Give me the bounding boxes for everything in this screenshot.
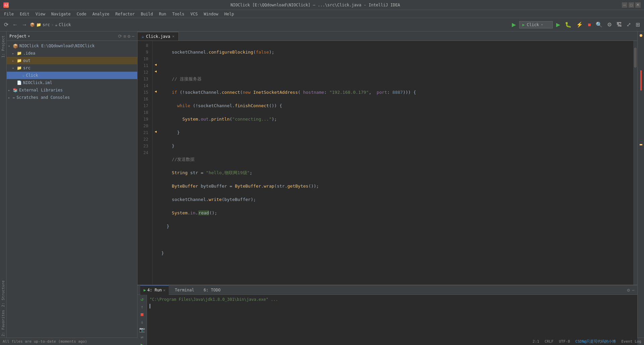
menu-window[interactable]: Window — [201, 11, 221, 17]
code-line-10: // 连接服务器 — [161, 76, 631, 82]
run-config-dropdown[interactable]: ▶ Click ▾ — [519, 21, 553, 28]
bottom-panel: ▶ 4: Run ✕ Terminal 6: TODO ⚙ − ↺ — [138, 285, 637, 345]
right-warning-marker — [640, 144, 642, 145]
status-message: All files are up-to-date (moments ago) — [3, 339, 87, 344]
layout-button[interactable]: ⊞ — [634, 21, 641, 28]
project-minimize-icon[interactable]: − — [132, 33, 135, 39]
close-button[interactable]: ✕ — [635, 2, 641, 8]
screenshot-button[interactable]: 📷 — [139, 326, 146, 333]
tab-todo[interactable]: 6: TODO — [200, 285, 224, 295]
scrollbar-thumb[interactable] — [634, 48, 637, 68]
menu-view[interactable]: View — [33, 11, 48, 17]
breadcrumb-project[interactable]: 📦 — [30, 22, 35, 27]
stop-run-button[interactable]: ■ — [139, 311, 146, 318]
run-tab-close[interactable]: ✕ — [163, 288, 166, 292]
project-sync-icon[interactable]: ⟳ — [118, 33, 122, 39]
bottom-minimize-icon[interactable]: − — [632, 287, 635, 293]
run-config-name: Click — [527, 22, 539, 27]
tree-item-click[interactable]: ☕ Click — [7, 72, 137, 79]
tree-item-out[interactable]: ▸ 📁 out — [7, 57, 137, 64]
stop-button[interactable]: ■ — [586, 21, 592, 28]
menu-analyze[interactable]: Analyze — [90, 11, 112, 17]
run-button[interactable]: ▶ — [555, 21, 561, 28]
run-output-path: "C:\Program Files\Java\jdk1.8.0_301\bin\… — [150, 296, 635, 303]
breadcrumb-src[interactable]: src — [43, 22, 50, 27]
back-button[interactable]: ← — [11, 21, 19, 28]
run-with-coverage-button[interactable]: ⚡ — [575, 21, 584, 28]
tree-arrow-scratches: ▸ — [8, 96, 11, 99]
menu-code[interactable]: Code — [74, 11, 89, 17]
menu-run[interactable]: Run — [156, 11, 169, 17]
breadcrumb: 📦 📁 src › ☕ Click — [30, 22, 71, 27]
menu-vcs[interactable]: VCS — [188, 11, 201, 17]
build-button[interactable]: ▶ — [511, 21, 517, 28]
code-line-8: socketChannel.configureBlocking(false); — [161, 49, 631, 56]
maximize-button[interactable]: □ — [629, 2, 634, 8]
sync-button[interactable]: ⟳ — [3, 21, 10, 28]
favorites-tool-label[interactable]: 2: Favorites — [0, 308, 6, 338]
run-output[interactable]: "C:\Program Files\Java\jdk1.8.0_301\bin\… — [147, 295, 637, 345]
editor-area: ☕ Click.java ✕ 8 9 10 11 12 13 14 15 16 — [138, 31, 637, 285]
project-collapse-icon[interactable]: ≡ — [123, 33, 126, 39]
code-line-16: //发送数据 — [161, 156, 631, 163]
run-again-button[interactable]: ▶ — [139, 342, 146, 345]
debug-button[interactable]: 🐛 — [564, 21, 573, 28]
menu-navigate[interactable]: Navigate — [49, 11, 73, 17]
tab-label: Click.java — [146, 34, 170, 39]
csdn-link[interactable]: CSDN@只是写代码的小博 — [575, 339, 616, 344]
run-config-icon: ▶ — [522, 22, 525, 27]
search-button[interactable]: 🔍 — [594, 21, 604, 28]
settings-button[interactable]: ⚙ — [606, 21, 613, 28]
rerun-button[interactable]: ↺ — [139, 296, 146, 302]
tree-item-nioclicke[interactable]: ▾ 📦 NIOClick E:\QQdownload\NIOClick — [7, 42, 137, 50]
project-header: Project ▾ ⟳ ≡ ⚙ − — [7, 31, 137, 41]
tree-item-scratches[interactable]: ▸ ✏️ Scratches and Consoles — [7, 94, 137, 101]
breadcrumb-file-icon: ☕ — [55, 22, 57, 27]
run-tab-label: 4: Run — [147, 288, 162, 292]
folder-icon-out: 📁 — [17, 58, 22, 63]
tree-item-iml[interactable]: 📄 NIOClick.iml — [7, 79, 137, 86]
title-bar-left: IJ — [3, 2, 9, 8]
tree-item-external[interactable]: ▸ 📚 External Libraries — [7, 86, 137, 94]
minimize-button[interactable]: ─ — [622, 2, 627, 8]
tab-close-button[interactable]: ✕ — [172, 34, 174, 39]
folder-icon-idea: 📁 — [17, 51, 22, 56]
tab-click-java[interactable]: ☕ Click.java ✕ — [138, 32, 179, 41]
code-line-18: ByteBuffer byteBuffer = ByteBuffer.wrap(… — [161, 183, 631, 190]
editor-scrollbar[interactable] — [633, 41, 637, 285]
xml-icon-iml: 📄 — [17, 80, 22, 85]
project-structure-button[interactable]: 🏗 — [615, 21, 623, 28]
code-line-24 — [161, 263, 631, 270]
project-tool-label[interactable]: 1: Project — [0, 34, 6, 59]
scroll-down-button[interactable]: ↓ — [139, 319, 146, 325]
expand-button[interactable]: ⤢ — [625, 21, 632, 28]
code-line-20: System.in.read(); — [161, 210, 631, 216]
bottom-settings-icon[interactable]: ⚙ — [627, 287, 630, 293]
menu-file[interactable]: File — [1, 11, 16, 17]
tree-label-src: src — [23, 66, 31, 70]
scroll-up-button[interactable]: ↑ — [139, 304, 146, 310]
project-dropdown-arrow[interactable]: ▾ — [28, 34, 30, 39]
forward-button[interactable]: → — [20, 21, 29, 28]
menu-build[interactable]: Build — [138, 11, 156, 17]
project-gear-icon[interactable]: ⚙ — [127, 33, 130, 39]
menu-help[interactable]: Help — [222, 11, 237, 17]
cursor-position[interactable]: 2:1 — [533, 339, 539, 344]
wrap-button[interactable]: ⇌ — [139, 334, 146, 340]
structure-tool-label[interactable]: 2: Structure — [0, 279, 6, 308]
tab-terminal[interactable]: Terminal — [171, 285, 198, 295]
main-layout: 1: Project 2: Structure 2: Favorites Pro… — [0, 31, 644, 338]
menu-refactor[interactable]: Refactor — [113, 11, 138, 17]
tree-item-src[interactable]: ▾ 📁 src — [7, 64, 137, 72]
project-title: Project — [9, 34, 26, 39]
code-content[interactable]: socketChannel.configureBlocking(false); … — [159, 41, 633, 285]
breadcrumb-file[interactable]: Click — [59, 22, 71, 27]
tab-run[interactable]: ▶ 4: Run ✕ — [140, 285, 169, 295]
charset[interactable]: UTF-8 — [559, 339, 570, 344]
menu-tools[interactable]: Tools — [170, 11, 187, 17]
menu-edit[interactable]: Edit — [17, 11, 32, 17]
line-separator[interactable]: CRLF — [545, 339, 554, 344]
tree-item-idea[interactable]: ▸ 📁 .idea — [7, 50, 137, 57]
tree-arrow-external: ▸ — [8, 88, 11, 92]
event-log-link[interactable]: Event Log — [621, 339, 641, 344]
